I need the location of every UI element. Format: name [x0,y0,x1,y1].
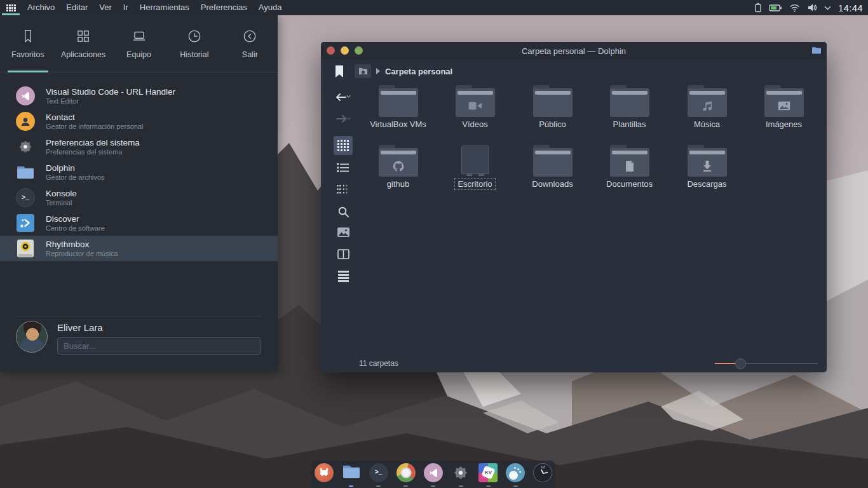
app-description: Gestor de información personal [46,123,143,131]
app-item-dolphin[interactable]: Dolphin Gestor de archivos [0,159,278,185]
tab-label: Aplicaciones [61,50,105,59]
folder-item[interactable]: Público [514,85,591,144]
folder-name: Música [692,119,722,129]
home-folder-button[interactable] [355,64,371,78]
tab-favoritos[interactable]: Favoritos [0,15,55,72]
bookmark-icon[interactable] [335,65,344,78]
app-name: Discover [46,214,105,224]
app-grid-icon [6,4,16,11]
launcher-tabs: Favoritos Aplicaciones Equipo Historial … [0,15,278,72]
folder-item-escritorio[interactable]: Escritorio [437,145,513,203]
menu-herramientas[interactable]: Herramientas [134,0,195,15]
laptop-icon [131,28,147,44]
preview-button[interactable] [330,227,356,237]
user-area: Eliver Lara [16,321,261,356]
dock-item-terminal[interactable]: >_ [369,463,388,486]
menu-archivo[interactable]: Archivo [22,0,60,15]
folder-item[interactable]: VirtualBox VMs [360,85,437,144]
terminal-icon: >_ [369,463,388,482]
split-view-button[interactable] [330,249,356,259]
wifi-icon[interactable] [789,4,800,12]
dock-item-clock[interactable]: 12 [533,463,553,486]
folder-item[interactable]: Imágenes [745,85,822,144]
folder-name: github [385,179,411,189]
app-name: Preferencias del sistema [46,138,140,148]
zoom-slider[interactable] [715,358,818,369]
folder-name: Imágenes [764,119,804,129]
clock[interactable]: 14:44 [838,3,863,13]
folder-item[interactable]: Música [668,85,745,144]
search-button[interactable] [330,206,356,218]
volume-icon[interactable] [807,3,817,12]
app-item-kontact[interactable]: Kontact Gestor de información personal [0,109,278,134]
slider-handle[interactable] [735,358,746,369]
user-avatar[interactable] [16,321,48,353]
dock-item-chrome[interactable] [396,463,416,486]
tab-historial[interactable]: Historial [166,15,222,72]
menu-editar[interactable]: Editar [60,0,93,15]
app-launcher-button[interactable] [0,0,22,15]
folder-icon [342,463,361,480]
grid-view-button[interactable] [334,136,353,155]
menu-ver[interactable]: Ver [93,0,118,15]
folder-item[interactable]: Descargas [668,145,745,203]
tab-label: Salir [242,50,258,59]
folder-item[interactable]: Downloads [514,145,591,203]
chevron-down-icon[interactable] [824,6,831,10]
tab-aplicaciones[interactable]: Aplicaciones [55,15,111,72]
folder-item[interactable]: Vídeos [437,85,513,144]
app-item-rhythmbox[interactable]: Rhythmbox Reproductor de música [0,236,278,261]
status-bar: 11 carpetas [321,355,827,372]
app-item-discover[interactable]: Discover Centro de software [0,210,278,236]
app-name: Kontact [46,112,143,123]
menu-ir[interactable]: Ir [118,0,134,15]
app-name: Konsole [46,189,77,199]
back-button[interactable] [330,92,356,103]
folder-download-icon [688,145,727,177]
app-description: Centro de software [46,224,105,233]
list-view-button[interactable] [330,163,356,173]
global-menu-bar: Archivo Editar Ver Ir Herramientas Prefe… [0,0,868,15]
desktop-icon [461,145,490,177]
logout-icon [241,28,258,44]
folder-music-icon [688,85,727,117]
folder-name: Documentos [604,179,654,189]
dock-item-blue-app[interactable] [506,463,526,486]
search-input[interactable] [57,337,261,355]
dock-item-system-settings[interactable] [451,463,471,486]
close-button[interactable] [327,46,335,55]
window-titlebar[interactable]: Carpeta personal — Dolphin [321,42,827,60]
folder-image-icon [764,85,804,117]
menu-ayuda[interactable]: Ayuda [253,0,288,15]
dock-item-firefox[interactable] [314,463,334,486]
menu-preferencias[interactable]: Preferencias [195,0,253,15]
forward-button[interactable] [330,113,356,125]
folder-icon [533,145,573,177]
battery-vertical-icon[interactable] [754,3,762,13]
minimize-button[interactable] [341,46,349,55]
tab-label: Equipo [126,50,151,59]
battery-icon[interactable] [769,4,782,12]
app-item-preferencias[interactable]: Preferencias del sistema Preferencias de… [0,134,278,159]
tab-equipo[interactable]: Equipo [111,15,166,72]
folder-name: Downloads [530,179,574,189]
breadcrumb-current[interactable]: Carpeta personal [385,67,452,76]
compact-view-button[interactable] [330,184,356,194]
folder-item[interactable]: github [360,145,437,203]
app-item-konsole[interactable]: >_ Konsole Terminal [0,185,278,210]
folder-item[interactable]: Plantillas [591,85,668,144]
folder-name: Público [537,119,568,129]
menu-button[interactable] [330,271,356,282]
app-name: Rhythmbox [46,240,118,250]
dock-item-vscode[interactable] [423,463,443,486]
window-app-icon [811,46,822,55]
status-text: 11 carpetas [359,359,398,368]
folder-item[interactable]: Documentos [591,145,668,203]
dock-item-file-manager[interactable] [341,463,361,486]
folder-document-icon [610,145,649,177]
folder-icon [16,163,35,182]
maximize-button[interactable] [355,46,363,55]
tab-salir[interactable]: Salir [222,15,278,72]
app-item-vscode[interactable]: Visual Studio Code - URL Handler Text Ed… [0,83,278,109]
dock-item-kvantum[interactable]: KV [478,463,498,486]
